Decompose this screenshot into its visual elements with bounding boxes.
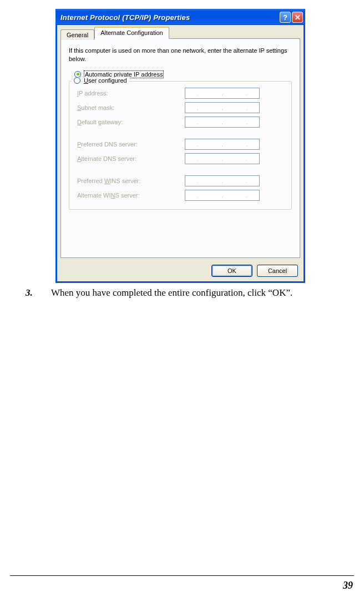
- dialog-title: Internet Protocol (TCP/IP) Properties: [60, 13, 280, 22]
- radio-icon: [74, 77, 80, 84]
- ok-button[interactable]: OK: [211, 265, 252, 277]
- titlebar[interactable]: Internet Protocol (TCP/IP) Properties ? …: [56, 9, 305, 25]
- alternate-dns-label: Alternate DNS server:: [74, 155, 185, 162]
- cancel-button[interactable]: Cancel: [257, 265, 298, 277]
- step-number: 3.: [26, 287, 51, 298]
- preferred-dns-label: Preferred DNS server:: [74, 141, 185, 148]
- footer-rule: [10, 575, 354, 576]
- alternate-dns-input: ...: [185, 153, 260, 164]
- close-icon[interactable]: ✕: [292, 12, 303, 23]
- page-number: 39: [343, 580, 353, 591]
- instruction-step: 3. When you have completed the entire co…: [26, 287, 353, 298]
- default-gateway-label: Default gateway:: [74, 119, 185, 125]
- alternate-wins-input: ...: [185, 190, 260, 201]
- ip-address-label: IP address:: [74, 90, 185, 97]
- preferred-wins-input: ...: [185, 175, 260, 186]
- step-text: When you have completed the entire confi…: [51, 287, 292, 298]
- tcpip-properties-dialog: Internet Protocol (TCP/IP) Properties ? …: [55, 9, 305, 283]
- radio-user-configured[interactable]: User configured: [74, 77, 127, 84]
- tab-row: General Alternate Configuration: [60, 27, 300, 39]
- instruction-text: If this computer is used on more than on…: [69, 47, 292, 63]
- tab-panel: If this computer is used on more than on…: [60, 38, 300, 258]
- preferred-dns-input: ...: [185, 139, 260, 150]
- default-gateway-input: ...: [185, 117, 260, 128]
- preferred-wins-label: Preferred WINS server:: [74, 178, 185, 184]
- subnet-mask-label: Subnet mask:: [74, 104, 185, 111]
- alternate-wins-label: Alternate WINS server:: [74, 192, 185, 199]
- radio-label: User configured: [84, 77, 127, 84]
- tab-alternate-configuration[interactable]: Alternate Configuration: [94, 27, 169, 39]
- subnet-mask-input: ...: [185, 102, 260, 113]
- help-icon[interactable]: ?: [280, 12, 291, 23]
- ip-address-input: ...: [185, 88, 260, 99]
- tab-general[interactable]: General: [60, 29, 94, 40]
